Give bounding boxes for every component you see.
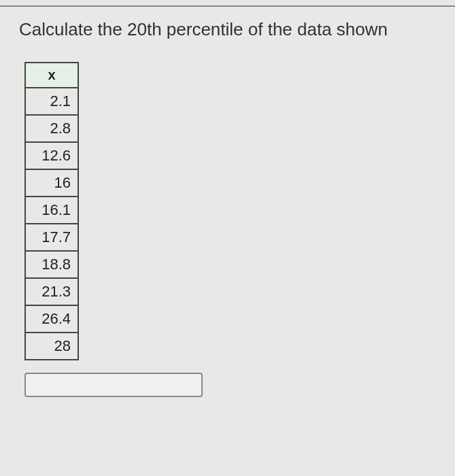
- table-row: 2.1: [25, 88, 78, 115]
- table-cell: 2.1: [25, 88, 78, 115]
- question-text: Calculate the 20th percentile of the dat…: [19, 19, 455, 40]
- table-row: 28: [25, 333, 78, 360]
- table-body: 2.1 2.8 12.6 16 16.1 17.7 18.8 21.3 26.4…: [25, 88, 78, 360]
- answer-input[interactable]: [24, 373, 203, 397]
- table-row: 2.8: [25, 115, 78, 142]
- table-cell: 18.8: [25, 251, 78, 278]
- table-cell: 21.3: [25, 278, 78, 305]
- table-cell: 2.8: [25, 115, 78, 142]
- table-cell: 16.1: [25, 197, 78, 224]
- table-row: 18.8: [25, 251, 78, 278]
- table-cell: 17.7: [25, 224, 78, 251]
- table-row: 16.1: [25, 197, 78, 224]
- table-cell: 28: [25, 333, 78, 360]
- data-table: x 2.1 2.8 12.6 16 16.1 17.7 18.8 21.3 26…: [24, 62, 79, 360]
- table-cell: 16: [25, 169, 78, 197]
- table-row: 12.6: [25, 142, 78, 169]
- table-header-x: x: [25, 63, 78, 88]
- table-row: 21.3: [25, 278, 78, 305]
- table-cell: 26.4: [25, 305, 78, 333]
- table-row: 16: [25, 169, 78, 197]
- table-row: 26.4: [25, 305, 78, 333]
- table-cell: 12.6: [25, 142, 78, 169]
- question-container: Calculate the 20th percentile of the dat…: [0, 5, 455, 397]
- table-row: 17.7: [25, 224, 78, 251]
